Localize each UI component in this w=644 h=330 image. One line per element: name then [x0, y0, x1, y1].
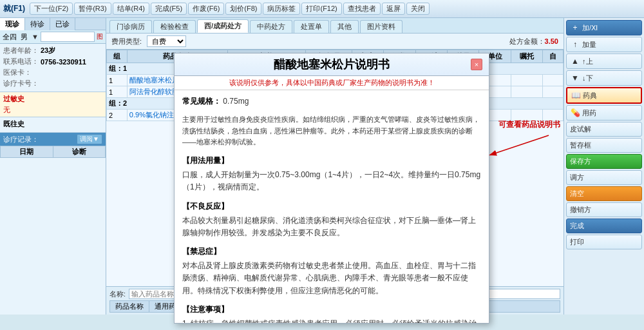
undo-rx-label: 撤销方: [570, 205, 591, 215]
popup-content: 常见规格： 0.75mg 主要用于过敏性自身免疫炎症性疾病。如结缔组织病，严重的…: [175, 90, 489, 323]
popup-close-btn[interactable]: ×: [471, 59, 482, 70]
diagnosis-table: 日期 诊断: [0, 146, 106, 158]
drug-group: 1: [107, 86, 128, 98]
tab-chu-fang[interactable]: 处置单: [294, 20, 329, 33]
col-header-drug-name: 药品名称: [110, 301, 149, 312]
patient-name-label: 患者年龄：: [3, 46, 39, 55]
diagnosis-title: 诊疗记录：: [3, 135, 39, 144]
price-btn[interactable]: 划价(F8): [225, 3, 261, 15]
drug-self: [543, 75, 564, 86]
clear-label: 清空: [570, 189, 584, 199]
adverse-title: 【不良反应】: [182, 200, 481, 213]
increase-label: 加量: [582, 40, 596, 50]
patient-count-icon: 图: [97, 32, 103, 41]
contraindication-title: 【禁忌症】: [182, 246, 481, 258]
gender-filter-female[interactable]: 男: [21, 32, 28, 42]
tab-zhong-yao[interactable]: 中药处方: [250, 20, 292, 33]
up-label: ↑上: [582, 57, 593, 66]
print-btn[interactable]: 打印(F12): [301, 3, 341, 15]
save-rx-label: 保存方: [570, 157, 591, 166]
record-tabs: 门诊病历 检验检查 西/成药处方 中药处方 处置单 其他 图片资料: [106, 18, 564, 34]
patient-search[interactable]: [41, 32, 95, 42]
complete-btn[interactable]: 完成(F5): [151, 3, 187, 15]
drug-group: 2: [107, 110, 128, 121]
next-btn[interactable]: 下一位(F2): [30, 3, 73, 15]
common-spec-label: 常见规格：: [182, 97, 221, 106]
popup-title-bar: 醋酸地塞米松片说明书 ×: [175, 53, 489, 76]
save-rx-btn[interactable]: 保存方: [566, 154, 642, 169]
popup-subtitle: 该说明仅供参考，具体以中国药典或厂家生产药物的说明书为准！: [175, 76, 489, 90]
drug-usage-label: 用药: [582, 108, 596, 118]
tab-xi-cheng[interactable]: 西/成药处方: [197, 19, 249, 33]
tab-men-zhen[interactable]: 门诊病历: [109, 20, 152, 33]
skin-test-label: 皮试解: [570, 124, 591, 134]
prev-screen-btn[interactable]: 返屏: [382, 3, 405, 15]
past-history-section: 既往史: [0, 117, 106, 133]
drug-name-input-label: 名称:: [109, 289, 126, 299]
drug-usage-icon: 💊: [570, 108, 580, 118]
col-notes: 嘱托: [511, 50, 542, 63]
done-btn[interactable]: 完成: [566, 218, 642, 233]
done-label: 完成: [570, 221, 584, 231]
increase-btn[interactable]: ↑ 加量: [566, 37, 642, 52]
patient-phone: 0756-3230911: [41, 58, 86, 66]
common-spec-value: 0.75mg: [223, 97, 249, 106]
diagnosis-section: 诊疗记录： 调阅▼ 日期 诊断: [0, 133, 106, 315]
suspend-btn[interactable]: 暂停(R3): [74, 3, 111, 15]
down-label: ↓下: [582, 73, 593, 83]
dict-label: 药典: [583, 91, 597, 101]
add-rx-btn[interactable]: + 加/Ⅺ: [566, 20, 642, 35]
allergy-content: 无: [3, 105, 102, 115]
allergy-title: 过敏史: [3, 94, 102, 104]
drug-info-popup: 醋酸地塞米松片说明书 × 该说明仅供参考，具体以中国药典或厂家生产药物的说明书为…: [174, 53, 489, 324]
top-toolbar: 就(F1) 下一位(F2) 暂停(R3) 结单(R4) 完成(F5) 作废(F6…: [0, 0, 644, 18]
settle-btn[interactable]: 结单(R4): [113, 3, 149, 15]
find-patient-btn[interactable]: 查找患者: [343, 3, 381, 15]
tab-qi-ta[interactable]: 其他: [330, 20, 359, 33]
drug-usage-btn[interactable]: 💊 用药: [566, 105, 642, 121]
dict-btn[interactable]: 📖 药典: [566, 87, 642, 104]
past-history-title: 既往史: [3, 119, 102, 129]
clear-btn[interactable]: 清空: [566, 186, 642, 201]
temp-save-btn[interactable]: 暂存框: [566, 138, 642, 153]
tab-xian-zhen[interactable]: 现诊: [0, 18, 25, 30]
disease-label-btn[interactable]: 病历标签: [263, 3, 300, 15]
close-btn[interactable]: 关闭: [406, 3, 430, 15]
tab-yi-zhen[interactable]: 已诊: [50, 18, 75, 30]
recall-rx-label: 调方: [570, 173, 584, 182]
col-diagnosis: 诊断: [53, 146, 106, 158]
drug-self: [543, 86, 564, 98]
recall-rx-btn[interactable]: 调方: [566, 170, 642, 185]
adverse-content: 本品较大剂量易引起糖尿病、消化道溃疡和类柯兴综合征症状，对下丘脑—垂体—肾上腺轴…: [182, 215, 481, 239]
precautions-title: 【注意事项】: [182, 304, 481, 316]
add-rx-label: 加/Ⅺ: [582, 23, 598, 33]
card-label: 诊疗卡号：: [3, 79, 39, 88]
tab-jian-cha[interactable]: 检验检查: [153, 20, 196, 33]
usage-title: 【用法用量】: [182, 155, 481, 167]
tab-dai-zhen[interactable]: 待诊: [25, 18, 50, 30]
gender-filter-male[interactable]: 全四: [3, 32, 17, 42]
undo-rx-btn[interactable]: 撤销方: [566, 202, 642, 217]
drug-notes: [511, 110, 542, 121]
fee-type-select[interactable]: 自费 医保 新农合: [147, 35, 186, 47]
contraindication-content: 对本品及肾上腺皮质激素类药物有过敏史患者禁止使用。高血压、血栓症、胃与十二指肠溃…: [182, 260, 481, 297]
drug-group: 1: [107, 75, 128, 86]
print-rx-btn[interactable]: 打印: [566, 235, 642, 249]
insurance-label: 医保卡：: [3, 68, 32, 77]
drug-self: [543, 110, 564, 121]
fee-type-label: 费用类型:: [111, 37, 142, 46]
diagnosis-header: 诊疗记录： 调阅▼: [0, 133, 106, 146]
void-btn[interactable]: 作废(F6): [188, 3, 224, 15]
col-group: 组: [107, 50, 128, 63]
allergy-section: 过敏史 无: [0, 92, 106, 117]
indication-text: 主要用于过敏性自身免疫炎症性疾病。如结缔组织病，严重的支气管哮喘、皮炎等过敏性疾…: [182, 114, 481, 148]
skin-test-btn[interactable]: 皮试解: [566, 122, 642, 137]
down-btn[interactable]: ▼ ↓下: [566, 70, 642, 86]
gender-spacer: ▼: [32, 33, 39, 41]
tab-tu-pian[interactable]: 图片资料: [360, 20, 402, 33]
recall-btn[interactable]: 调阅▼: [77, 134, 102, 144]
left-panel: 现诊 待诊 已诊 全四 男 ▼ 图 患者年龄： 23岁 联系电话：: [0, 18, 106, 315]
up-btn[interactable]: ▲ ↑上: [566, 53, 642, 69]
down-icon: ▼: [570, 73, 580, 83]
rx-amount: 处方金额：3.50: [509, 37, 558, 46]
